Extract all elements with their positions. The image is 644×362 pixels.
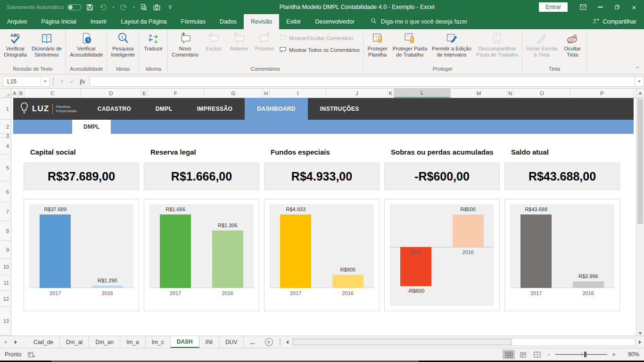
sheet-tab-dm-an[interactable]: Dm_an	[89, 336, 120, 348]
zoom-slider[interactable]	[555, 354, 607, 355]
camera-icon[interactable]	[152, 2, 162, 12]
collapse-ribbon-icon[interactable]	[635, 64, 640, 72]
column-header-p[interactable]: P	[570, 89, 634, 98]
row-header-1[interactable]: 1	[0, 98, 11, 120]
ribbon-tab-inserir[interactable]: Inserir	[83, 14, 114, 29]
column-header-a[interactable]: A	[11, 89, 18, 98]
column-header-g[interactable]: G	[204, 89, 263, 98]
button-novo-comentario[interactable]: Novo Comentário	[169, 30, 201, 58]
dashboard-nav-impressao[interactable]: IMPRESSÃO	[185, 98, 245, 120]
restore-button[interactable]	[609, 1, 625, 13]
zoom-slider-handle[interactable]	[584, 352, 586, 357]
column-header-c[interactable]: C	[25, 89, 81, 98]
column-header-m[interactable]: M	[451, 89, 507, 98]
redo-dropdown-icon[interactable]	[132, 7, 135, 8]
hscroll-left-arrow[interactable]	[283, 336, 292, 348]
button-verificar-ortografia[interactable]: ABCVerificar Ortografia	[1, 30, 29, 58]
column-header-k[interactable]: K	[388, 89, 394, 98]
name-box-dropdown-icon[interactable]	[41, 77, 50, 86]
ribbon-tab-arquivo[interactable]: Arquivo	[0, 14, 34, 29]
dashboard-nav-instrucoes[interactable]: INSTRUÇÕES	[308, 98, 372, 120]
ribbon-tab-desenvolvedor[interactable]: Desenvolvedor	[308, 14, 361, 29]
share-button[interactable]: Compartilhar	[592, 14, 644, 29]
column-header-j[interactable]: J	[326, 89, 388, 98]
row-header-9[interactable]: 9	[0, 241, 11, 259]
subtab-dmpl[interactable]: DMPL	[72, 120, 111, 134]
name-box[interactable]: L15	[3, 76, 50, 87]
hscroll-right-arrow[interactable]	[636, 336, 644, 348]
column-header-b[interactable]: B	[18, 89, 25, 98]
ribbon-display-options-icon[interactable]	[575, 1, 591, 13]
vertical-scrollbar[interactable]	[636, 98, 644, 336]
ribbon-tab-pagina-inicial[interactable]: Página Inicial	[34, 14, 83, 29]
sheet-tab-cad-de[interactable]: Cad_de	[27, 336, 60, 348]
dashboard-nav-cadastro[interactable]: CADASTRO	[85, 98, 143, 120]
grid-canvas[interactable]: LUZ Planilhas Empresariais CADASTRODMPLI…	[11, 98, 636, 336]
button-permitir-a-edicao-de-intervalos[interactable]: Permitir a Edição de Intervalos	[429, 30, 474, 58]
zoom-in-button[interactable]: +	[610, 351, 618, 358]
button-ocultar-tinta[interactable]: Ocultar Tinta	[560, 30, 585, 58]
column-header-o[interactable]: O	[514, 89, 570, 98]
ribbon-tab-exibir[interactable]: Exibir	[279, 14, 308, 29]
row-header-8[interactable]: 8	[0, 221, 11, 241]
zoom-level[interactable]: 90%	[621, 351, 639, 358]
enter-icon[interactable]: ✓	[67, 76, 77, 87]
minimize-button[interactable]	[592, 1, 608, 13]
row-header-10[interactable]: 10	[0, 259, 11, 275]
column-header-h[interactable]: H	[263, 89, 270, 98]
button-traduzir[interactable]: aaTraduzir	[140, 30, 166, 52]
column-header-n[interactable]: N	[507, 89, 514, 98]
row-header-3[interactable]: 3	[0, 134, 11, 138]
close-button[interactable]: ×	[626, 1, 642, 13]
print-preview-icon[interactable]	[139, 2, 149, 12]
button-pesquisa-inteligente[interactable]: iPesquisa Inteligente	[108, 30, 137, 58]
select-all-corner[interactable]	[0, 89, 11, 98]
column-header-e[interactable]: E	[141, 89, 148, 98]
column-header-f[interactable]: F	[148, 89, 204, 98]
sheet-tab-ini[interactable]: INI	[199, 336, 219, 348]
button-proteger-pasta-de-trabalho[interactable]: Proteger Pasta de Trabalho	[390, 30, 429, 58]
sheet-nav-right-icon[interactable]	[10, 336, 21, 348]
page-layout-view-icon[interactable]	[517, 350, 529, 359]
row-header-7[interactable]: 7	[0, 202, 11, 221]
button-dicionario-de-sinonimos[interactable]: Dicionário de Sinônimos	[29, 30, 64, 58]
ribbon-tab-dados[interactable]: Dados	[213, 14, 244, 29]
sheet-tab-dash[interactable]: DASH	[171, 336, 199, 348]
column-header-i[interactable]: I	[270, 89, 326, 98]
cancel-icon[interactable]: ×	[57, 76, 67, 87]
row-header-12[interactable]: 12	[0, 291, 11, 307]
autosave-toggle[interactable]	[67, 4, 82, 10]
sign-in-button[interactable]: Entrar	[539, 2, 568, 12]
ribbon-tab-layout-da-pagina[interactable]: Layout da Página	[114, 14, 173, 29]
column-header-l[interactable]: L	[394, 89, 451, 98]
undo-dropdown-icon[interactable]	[112, 7, 115, 8]
ribbon-tab-formulas[interactable]: Fórmulas	[174, 14, 213, 29]
sheet-tab-im-c[interactable]: Im_c	[146, 336, 171, 348]
row-header-4[interactable]: 4	[0, 138, 11, 155]
sheet-nav-left-icon[interactable]	[0, 336, 10, 348]
sheet-tab-more[interactable]: ...	[244, 336, 261, 348]
horizontal-scrollbar-thumb[interactable]	[293, 339, 512, 345]
formula-bar-expand-icon[interactable]	[635, 76, 644, 87]
tab-splitter[interactable]	[278, 339, 282, 346]
new-sheet-button[interactable]: +	[265, 338, 273, 346]
row-header-2[interactable]: 2	[0, 120, 11, 134]
horizontal-scrollbar[interactable]	[292, 338, 636, 346]
customize-qat-icon[interactable]	[165, 2, 175, 12]
save-icon[interactable]	[85, 2, 95, 12]
vertical-scrollbar-thumb[interactable]	[637, 99, 643, 224]
dashboard-nav-dmpl[interactable]: DMPL	[143, 98, 185, 120]
scroll-down-arrow[interactable]	[636, 332, 644, 335]
sheet-tab-dm-at[interactable]: Dm_at	[60, 336, 89, 348]
row-header-5[interactable]: 5	[0, 155, 11, 181]
column-header-d[interactable]: D	[81, 89, 141, 98]
sheet-tab-im-a[interactable]: Im_a	[120, 336, 146, 348]
sheet-tab-duv[interactable]: DUV	[219, 336, 244, 348]
tell-me-search[interactable]: Diga-me o que você deseja fazer	[370, 14, 467, 29]
row-header-13[interactable]: 13	[0, 307, 11, 336]
redo-icon[interactable]	[119, 2, 128, 12]
page-break-view-icon[interactable]	[531, 350, 543, 359]
normal-view-icon[interactable]	[503, 350, 515, 359]
row-header-6[interactable]: 6	[0, 181, 11, 202]
ribbon-tab-revisao[interactable]: Revisão	[244, 14, 279, 29]
